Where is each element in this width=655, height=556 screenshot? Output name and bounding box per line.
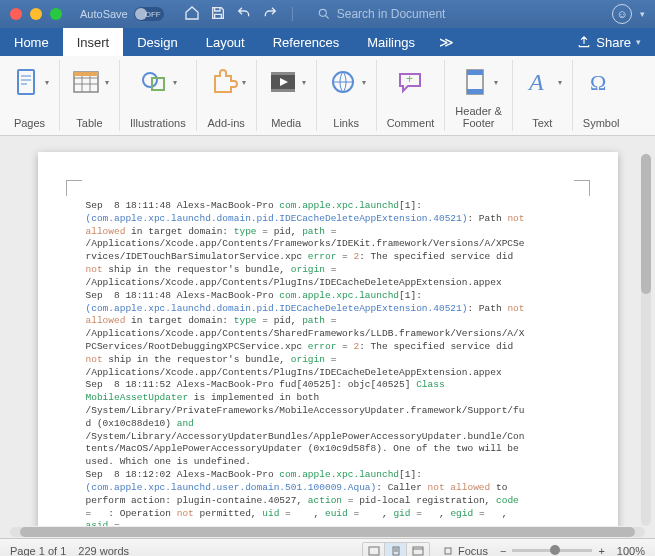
focus-mode-button[interactable]: Focus bbox=[442, 545, 488, 557]
svg-rect-16 bbox=[369, 547, 379, 555]
illustrations-icon bbox=[138, 66, 170, 98]
svg-point-0 bbox=[319, 9, 326, 16]
svg-text:Ω: Ω bbox=[590, 70, 606, 95]
group-text[interactable]: A▾ Text bbox=[513, 60, 573, 131]
tabs-expand-icon[interactable]: ≫ bbox=[429, 28, 464, 56]
text-icon: A bbox=[523, 66, 555, 98]
group-label: Comment bbox=[387, 117, 435, 131]
svg-rect-5 bbox=[152, 78, 164, 90]
chevron-down-icon: ▾ bbox=[636, 37, 641, 47]
links-icon bbox=[327, 66, 359, 98]
window-minimize-button[interactable] bbox=[30, 8, 42, 20]
horizontal-scrollbar[interactable] bbox=[0, 526, 655, 538]
group-label: Header & Footer bbox=[455, 105, 501, 131]
comment-icon: + bbox=[394, 66, 426, 98]
svg-rect-18 bbox=[413, 547, 423, 555]
group-pages[interactable]: ▾ Pages bbox=[0, 60, 60, 131]
svg-rect-12 bbox=[467, 70, 483, 75]
group-comment[interactable]: + Comment bbox=[377, 60, 446, 131]
group-label: Add-ins bbox=[207, 117, 244, 131]
autosave-label: AutoSave bbox=[80, 8, 128, 20]
undo-icon[interactable] bbox=[236, 5, 252, 24]
group-label: Text bbox=[532, 117, 552, 131]
scrollbar-thumb[interactable] bbox=[641, 154, 651, 294]
svg-rect-1 bbox=[18, 70, 34, 94]
word-count[interactable]: 229 words bbox=[78, 545, 129, 557]
focus-label: Focus bbox=[458, 545, 488, 557]
quick-access-toolbar bbox=[184, 5, 297, 24]
group-table[interactable]: ▾ Table bbox=[60, 60, 120, 131]
share-label: Share bbox=[596, 35, 631, 50]
svg-rect-8 bbox=[271, 89, 295, 92]
scrollbar-thumb[interactable] bbox=[20, 527, 635, 537]
tab-layout[interactable]: Layout bbox=[192, 28, 259, 56]
zoom-percent[interactable]: 100% bbox=[617, 545, 645, 557]
addins-icon bbox=[207, 66, 239, 98]
chevron-down-icon[interactable]: ▾ bbox=[640, 9, 645, 19]
view-web-icon[interactable] bbox=[407, 543, 429, 557]
svg-point-4 bbox=[143, 73, 157, 87]
group-header-footer[interactable]: ▾ Header & Footer bbox=[445, 60, 512, 131]
focus-icon bbox=[442, 545, 454, 557]
save-icon[interactable] bbox=[210, 5, 226, 24]
account-icon[interactable]: ☺ bbox=[612, 4, 632, 24]
home-icon[interactable] bbox=[184, 5, 200, 24]
zoom-in-icon[interactable]: + bbox=[598, 545, 604, 557]
tab-insert[interactable]: Insert bbox=[63, 28, 124, 56]
crop-mark bbox=[574, 180, 590, 196]
zoom-out-icon[interactable]: − bbox=[500, 545, 506, 557]
zoom-slider[interactable]: − + bbox=[500, 545, 605, 557]
group-label: Symbol bbox=[583, 117, 620, 131]
group-symbol[interactable]: Ω Symbol bbox=[573, 60, 630, 131]
search-box[interactable] bbox=[317, 7, 604, 21]
tab-references[interactable]: References bbox=[259, 28, 353, 56]
header-footer-icon bbox=[459, 66, 491, 98]
ribbon-tabs: Home Insert Design Layout References Mai… bbox=[0, 28, 655, 56]
view-print-icon[interactable] bbox=[385, 543, 407, 557]
search-input[interactable] bbox=[337, 7, 497, 21]
svg-rect-7 bbox=[271, 72, 295, 75]
group-media[interactable]: ▾ Media bbox=[257, 60, 317, 131]
zoom-knob[interactable] bbox=[550, 545, 560, 555]
autosave-off-text: OFF bbox=[145, 10, 161, 19]
group-label: Media bbox=[271, 117, 301, 131]
media-icon bbox=[267, 66, 299, 98]
group-addins[interactable]: ▾ Add-ins bbox=[197, 60, 257, 131]
view-read-icon[interactable] bbox=[363, 543, 385, 557]
share-icon bbox=[577, 35, 591, 49]
tab-design[interactable]: Design bbox=[123, 28, 191, 56]
group-links[interactable]: ▾ Links bbox=[317, 60, 377, 131]
svg-text:A: A bbox=[527, 69, 544, 95]
tab-home[interactable]: Home bbox=[0, 28, 63, 56]
autosave-toggle[interactable]: AutoSave OFF bbox=[80, 7, 164, 21]
document-body-text[interactable]: Sep 8 18:11:48 Alexs-MacBook-Pro com.app… bbox=[86, 200, 570, 526]
pages-icon bbox=[10, 66, 42, 98]
vertical-scrollbar[interactable] bbox=[641, 154, 651, 526]
view-mode-buttons bbox=[362, 542, 430, 557]
svg-rect-19 bbox=[445, 548, 451, 554]
svg-text:+: + bbox=[406, 72, 413, 86]
search-icon bbox=[317, 7, 331, 21]
redo-icon[interactable] bbox=[262, 5, 278, 24]
statusbar: Page 1 of 1 229 words Focus − + 100% bbox=[0, 538, 655, 556]
group-label: Pages bbox=[14, 117, 45, 131]
document-area: Sep 8 18:11:48 Alexs-MacBook-Pro com.app… bbox=[0, 136, 655, 526]
titlebar: AutoSave OFF ☺ ▾ bbox=[0, 0, 655, 28]
group-label: Illustrations bbox=[130, 117, 186, 131]
crop-mark bbox=[66, 180, 82, 196]
group-label: Links bbox=[333, 117, 359, 131]
page-count[interactable]: Page 1 of 1 bbox=[10, 545, 66, 557]
symbol-icon: Ω bbox=[585, 66, 617, 98]
document-page[interactable]: Sep 8 18:11:48 Alexs-MacBook-Pro com.app… bbox=[38, 152, 618, 526]
svg-rect-13 bbox=[467, 89, 483, 94]
table-icon bbox=[70, 66, 102, 98]
svg-rect-3 bbox=[74, 72, 98, 76]
window-zoom-button[interactable] bbox=[50, 8, 62, 20]
share-button[interactable]: Share ▾ bbox=[563, 28, 655, 56]
window-close-button[interactable] bbox=[10, 8, 22, 20]
tab-mailings[interactable]: Mailings bbox=[353, 28, 429, 56]
group-label: Table bbox=[76, 117, 102, 131]
ribbon: ▾ Pages ▾ Table ▾ Illustrations ▾ Add-in… bbox=[0, 56, 655, 136]
group-illustrations[interactable]: ▾ Illustrations bbox=[120, 60, 197, 131]
